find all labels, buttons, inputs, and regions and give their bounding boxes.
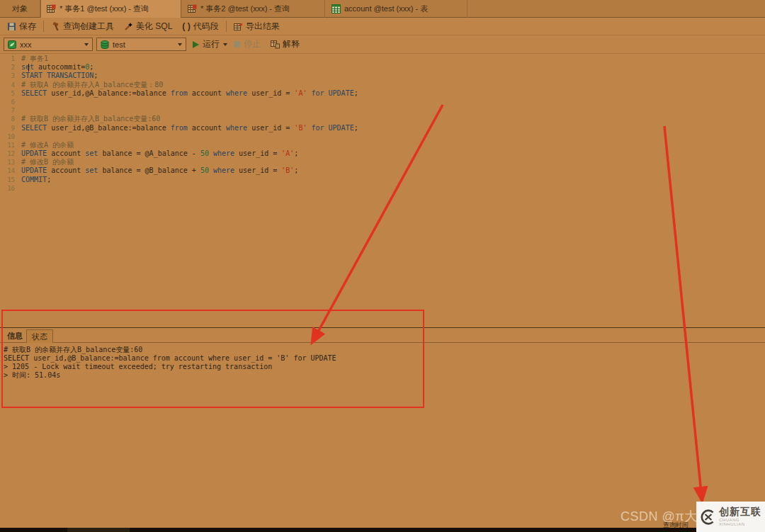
run-button[interactable]: 运行	[193, 37, 227, 52]
code-line: 4# 获取A 的余额并存入A_balance变量：80	[0, 81, 765, 89]
query-icon	[47, 4, 56, 13]
tab-query-trans2-label: * 事务2 @test (xxx) - 查询	[200, 4, 290, 14]
tab-objects[interactable]: 对象	[0, 0, 40, 18]
database-value: test	[113, 40, 174, 49]
export-result-button[interactable]: 导出结果	[229, 18, 285, 35]
database-select[interactable]: test	[96, 38, 186, 51]
tab-query-trans2[interactable]: * 事务2 @test (xxx) - 查询	[182, 0, 325, 18]
code-line: 14UPDATE account set balance = @B_balanc…	[0, 166, 765, 175]
table-icon	[332, 4, 341, 13]
code-line: 12UPDATE account set balance = @A_balanc…	[0, 149, 765, 158]
connection-value: xxx	[20, 40, 81, 49]
code-line: 2set autocommit=0;	[0, 63, 765, 72]
explain-icon	[271, 40, 280, 49]
code-line: 1# 事务1	[0, 55, 765, 63]
code-snippet-button[interactable]: ( ) 代码段	[177, 18, 223, 35]
code-snippet-label: 代码段	[193, 21, 219, 33]
document-tabbar: 对象 * 事务1 @test (xxx) - 查询 * 事务2	[0, 0, 765, 18]
code-line: 9SELECT user_id,@B_balance:=balance from…	[0, 124, 765, 132]
tab-table-account-label: account @test (xxx) - 表	[344, 4, 428, 14]
run-icon	[193, 41, 199, 48]
code-line: 10	[0, 132, 765, 141]
connection-toolbar: xxx test 运行 停止	[0, 35, 765, 54]
brand-name: 创新互联	[719, 506, 765, 517]
stop-icon	[234, 41, 240, 47]
run-menu-chevron-icon[interactable]	[223, 43, 227, 46]
annotation-rectangle	[1, 310, 424, 408]
tab-query-trans1[interactable]: * 事务1 @test (xxx) - 查询	[40, 0, 181, 18]
export-result-icon	[234, 22, 243, 31]
code-line: 13# 修改B 的余额	[0, 158, 765, 166]
query-builder-button[interactable]: 查询创建工具	[46, 18, 119, 35]
code-line: 5SELECT user_id,@A_balance:=balance from…	[0, 89, 765, 98]
brand-logo-icon	[700, 509, 716, 526]
code-line: 3START TRANSACTION;	[0, 72, 765, 80]
run-label: 运行	[203, 38, 220, 50]
database-icon	[101, 40, 109, 49]
save-button[interactable]: 保存	[2, 18, 41, 35]
query-builder-label: 查询创建工具	[63, 21, 114, 33]
code-line: 16	[0, 184, 765, 193]
brand-watermark: 创新互联 CHUANG XINHULIAN	[696, 502, 765, 532]
code-line: 8# 获取B 的余额并存入B_balance变量:60	[0, 115, 765, 123]
export-result-label: 导出结果	[246, 21, 280, 33]
connection-select[interactable]: xxx	[4, 38, 93, 51]
code-line: 11# 修改A 的余额	[0, 141, 765, 149]
code-line: 6	[0, 98, 765, 106]
stop-label: 停止	[244, 38, 261, 50]
beautify-icon	[124, 22, 133, 31]
explain-button[interactable]: 解释	[271, 37, 300, 52]
save-label: 保存	[19, 21, 36, 33]
csdn-watermark: CSDN @π大	[620, 508, 698, 525]
toolbar-separator	[226, 21, 227, 32]
chevron-down-icon	[178, 43, 182, 46]
stop-button: 停止	[234, 37, 261, 52]
code-line: 15COMMIT;	[0, 176, 765, 184]
sql-editor[interactable]: 1# 事务12set autocommit=0;3START TRANSACTI…	[0, 55, 765, 327]
tab-table-account[interactable]: account @test (xxx) - 表	[326, 0, 468, 18]
navicat-window: 对象 * 事务1 @test (xxx) - 查询 * 事务2	[0, 0, 765, 532]
text-caret	[28, 64, 29, 72]
taskbar-app-segment[interactable]	[67, 528, 130, 532]
tab-objects-label: 对象	[12, 4, 28, 14]
connection-icon	[8, 40, 16, 49]
tab-query-trans1-label: * 事务1 @test (xxx) - 查询	[60, 4, 149, 14]
query-icon	[188, 4, 197, 13]
brand-subtitle: CHUANG XINHULIAN	[719, 518, 765, 527]
chevron-down-icon	[84, 43, 89, 46]
hammer-icon	[51, 22, 60, 31]
query-toolbar: 保存 查询创建工具 美化 SQL ( ) 代码段	[0, 18, 765, 35]
toolbar-separator	[43, 21, 44, 32]
code-line: 7	[0, 106, 765, 115]
explain-label: 解释	[283, 38, 300, 50]
save-icon	[7, 22, 16, 31]
parentheses-icon: ( )	[182, 21, 190, 31]
beautify-sql-label: 美化 SQL	[136, 21, 172, 33]
beautify-sql-button[interactable]: 美化 SQL	[119, 18, 177, 35]
os-taskbar[interactable]	[0, 528, 765, 532]
